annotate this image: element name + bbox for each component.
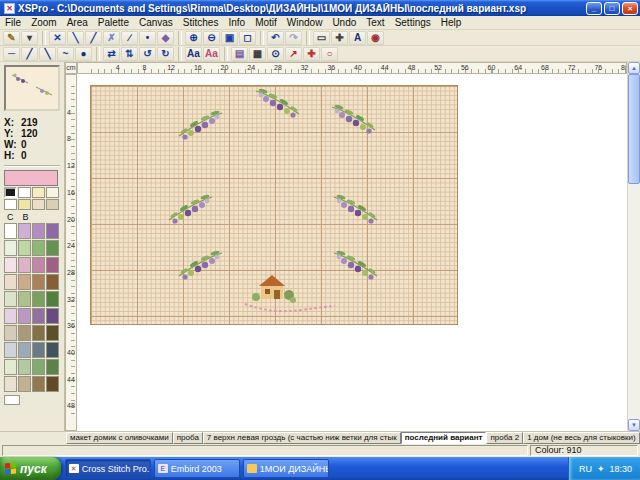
rotate-right-icon[interactable]: ↻: [157, 47, 174, 61]
close-button[interactable]: ×: [622, 2, 638, 15]
bead-mode-icon[interactable]: ◆: [157, 31, 174, 45]
taskbar-task[interactable]: 1МОИ ДИЗАЙНЫ: [243, 459, 329, 478]
palette-swatch[interactable]: [18, 342, 31, 358]
palette-swatch[interactable]: [32, 274, 45, 290]
menu-item-canvas[interactable]: Canvas: [134, 17, 178, 28]
palette-swatch[interactable]: [4, 199, 17, 210]
menu-item-file[interactable]: File: [0, 17, 26, 28]
scroll-down-button[interactable]: ▼: [628, 419, 640, 431]
palette-swatch[interactable]: [18, 308, 31, 324]
palette-swatch[interactable]: [18, 274, 31, 290]
palette-swatch[interactable]: [46, 376, 59, 392]
undo-arrow-icon[interactable]: ↶: [267, 31, 284, 45]
menu-item-zoom[interactable]: Zoom: [26, 17, 62, 28]
text-tool-icon[interactable]: A: [349, 31, 366, 45]
french-knot-icon[interactable]: •: [139, 31, 156, 45]
design-tab[interactable]: 7 верхн левая гроздь (с частью ниж ветки…: [203, 432, 401, 444]
palette-swatch[interactable]: [18, 325, 31, 341]
three-quarter-stitch-icon[interactable]: ✗: [103, 31, 120, 45]
palette-swatch[interactable]: [32, 359, 45, 375]
circle-tool-icon[interactable]: ○: [321, 47, 338, 61]
palette-swatch[interactable]: [46, 291, 59, 307]
taskbar-task[interactable]: EEmbird 2003: [154, 459, 240, 478]
olive-branch-motif[interactable]: [331, 248, 383, 282]
pencil-dropdown-icon[interactable]: ▾: [21, 31, 38, 45]
quarter-stitch-icon[interactable]: ╱: [85, 31, 102, 45]
palette-swatch[interactable]: [18, 187, 31, 198]
palette-swatch[interactable]: [46, 257, 59, 273]
zoom-fit-icon[interactable]: ▣: [221, 31, 238, 45]
palette-tool-icon[interactable]: ▤: [231, 47, 248, 61]
palette-swatch[interactable]: [32, 325, 45, 341]
design-tab[interactable]: макет домик с оливочками: [66, 432, 173, 444]
palette-swatch[interactable]: [46, 223, 59, 239]
palette-swatch[interactable]: [32, 223, 45, 239]
design-tab[interactable]: последний вариант: [401, 432, 487, 444]
menu-item-undo[interactable]: Undo: [327, 17, 361, 28]
palette-swatch[interactable]: [46, 308, 59, 324]
palette-swatch[interactable]: [32, 257, 45, 273]
palette-swatch[interactable]: [4, 223, 17, 239]
design-tab[interactable]: проба: [173, 432, 203, 444]
palette-swatch[interactable]: [4, 257, 17, 273]
redo-arrow-icon[interactable]: ↷: [285, 31, 302, 45]
font-color-tool-icon[interactable]: Aa: [203, 47, 220, 61]
design-canvas[interactable]: [77, 74, 627, 431]
add-mark-icon[interactable]: ✚: [303, 47, 320, 61]
zoom-in-icon[interactable]: ⊕: [185, 31, 202, 45]
palette-swatch[interactable]: [4, 359, 17, 375]
palette-swatch[interactable]: [32, 199, 45, 210]
palette-swatch[interactable]: [18, 257, 31, 273]
palette-swatch[interactable]: [4, 376, 17, 392]
start-button[interactable]: пуск: [0, 457, 61, 480]
menu-item-text[interactable]: Text: [361, 17, 389, 28]
flip-vertical-icon[interactable]: ⇅: [121, 47, 138, 61]
menu-item-settings[interactable]: Settings: [390, 17, 436, 28]
palette-swatch[interactable]: [4, 342, 17, 358]
olive-branch-motif[interactable]: [329, 102, 381, 136]
minimize-button[interactable]: _: [586, 2, 602, 15]
palette-swatch[interactable]: [4, 240, 17, 256]
select-rect-icon[interactable]: ▭: [313, 31, 330, 45]
vertical-scrollbar[interactable]: ▲ ▼: [627, 62, 640, 431]
color-picker-icon[interactable]: ◉: [367, 31, 384, 45]
design-tab[interactable]: 1 дом (не весь для стыковки): [523, 432, 640, 444]
center-view-icon[interactable]: ⊙: [267, 47, 284, 61]
tray-volume-icon[interactable]: ✦: [597, 464, 605, 474]
scroll-up-button[interactable]: ▲: [628, 62, 640, 74]
rotate-left-icon[interactable]: ↺: [139, 47, 156, 61]
zoom-window-icon[interactable]: ◻: [239, 31, 256, 45]
palette-swatch[interactable]: [32, 240, 45, 256]
grid-toggle-icon[interactable]: ▦: [249, 47, 266, 61]
olive-branch-motif[interactable]: [253, 86, 305, 120]
menu-item-motif[interactable]: Motif: [250, 17, 282, 28]
olive-branch-motif[interactable]: [163, 192, 215, 226]
half-stitch-icon[interactable]: ╲: [67, 31, 84, 45]
palette-swatch[interactable]: [4, 325, 17, 341]
palette-swatch[interactable]: [46, 342, 59, 358]
palette-swatch[interactable]: [46, 359, 59, 375]
palette-swatch[interactable]: [18, 291, 31, 307]
palette-swatch[interactable]: [32, 342, 45, 358]
palette-swatch[interactable]: [4, 187, 17, 198]
full-stitch-icon[interactable]: ✕: [49, 31, 66, 45]
palette-swatch[interactable]: [18, 223, 31, 239]
palette-swatch[interactable]: [32, 291, 45, 307]
palette-swatch[interactable]: [4, 274, 17, 290]
palette-swatch[interactable]: [46, 199, 59, 210]
maximize-button[interactable]: □: [604, 2, 620, 15]
garden-path-motif[interactable]: [241, 298, 337, 316]
tray-language[interactable]: RU: [579, 464, 592, 474]
curve-line-icon[interactable]: ~: [57, 47, 74, 61]
palette-swatch[interactable]: [32, 187, 45, 198]
straight-line-icon[interactable]: ─: [3, 47, 20, 61]
zoom-out-icon[interactable]: ⊖: [203, 31, 220, 45]
palette-swatch[interactable]: [46, 240, 59, 256]
palette-swatch[interactable]: [18, 376, 31, 392]
backstitch-mode-icon[interactable]: ∕: [121, 31, 138, 45]
palette-swatch[interactable]: [18, 199, 31, 210]
palette-swatch[interactable]: [4, 291, 17, 307]
palette-swatch[interactable]: [4, 308, 17, 324]
knot-tool-icon[interactable]: ●: [75, 47, 92, 61]
menu-item-help[interactable]: Help: [436, 17, 467, 28]
